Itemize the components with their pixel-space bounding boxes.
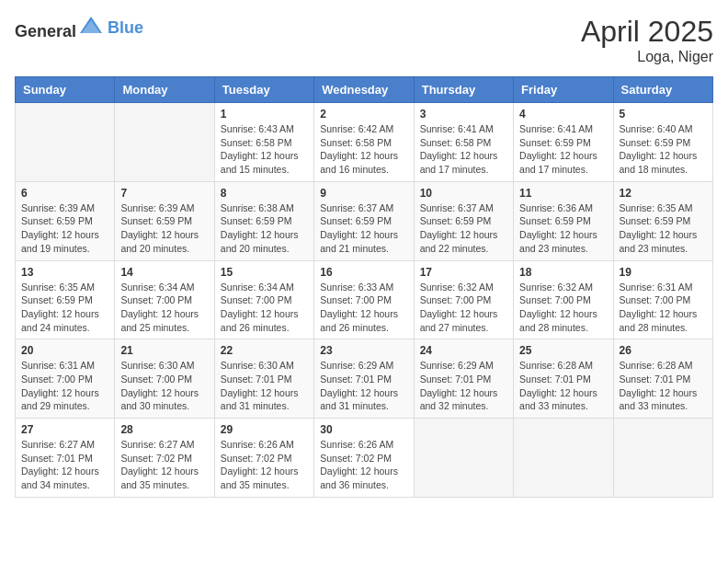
day-info: Sunrise: 6:40 AMSunset: 6:59 PMDaylight:… (620, 122, 707, 177)
day-info: Sunrise: 6:41 AMSunset: 6:59 PMDaylight:… (519, 122, 607, 177)
calendar-cell: 12Sunrise: 6:35 AMSunset: 6:59 PMDayligh… (613, 181, 712, 260)
day-info: Sunrise: 6:29 AMSunset: 7:01 PMDaylight:… (320, 359, 407, 413)
day-info: Sunrise: 6:34 AMSunset: 7:00 PMDaylight:… (120, 281, 208, 335)
day-info: Sunrise: 6:39 AMSunset: 6:59 PMDaylight:… (21, 201, 108, 256)
day-info: Sunrise: 6:28 AMSunset: 7:01 PMDaylight:… (620, 359, 707, 413)
logo: General Blue (15, 15, 143, 41)
calendar-cell: 7Sunrise: 6:39 AMSunset: 6:59 PMDaylight… (115, 181, 214, 260)
day-of-week-header: Wednesday (314, 77, 414, 103)
day-number: 6 (21, 187, 108, 200)
calendar-cell: 30Sunrise: 6:26 AMSunset: 7:02 PMDayligh… (314, 419, 414, 498)
calendar-week-row: 1Sunrise: 6:43 AMSunset: 6:58 PMDaylight… (16, 103, 713, 182)
calendar-week-row: 13Sunrise: 6:35 AMSunset: 6:59 PMDayligh… (16, 260, 713, 339)
calendar-cell (16, 103, 115, 182)
calendar-header-row: SundayMondayTuesdayWednesdayThursdayFrid… (16, 77, 713, 103)
day-number: 24 (420, 344, 507, 357)
calendar-cell: 1Sunrise: 6:43 AMSunset: 6:58 PMDaylight… (214, 103, 313, 182)
day-of-week-header: Friday (514, 77, 613, 103)
day-info: Sunrise: 6:35 AMSunset: 6:59 PMDaylight:… (21, 281, 108, 335)
day-number: 11 (519, 187, 607, 200)
day-info: Sunrise: 6:27 AMSunset: 7:02 PMDaylight:… (120, 438, 208, 492)
calendar-cell: 10Sunrise: 6:37 AMSunset: 6:59 PMDayligh… (414, 181, 513, 260)
day-info: Sunrise: 6:43 AMSunset: 6:58 PMDaylight:… (221, 122, 308, 177)
calendar-cell: 2Sunrise: 6:42 AMSunset: 6:58 PMDaylight… (314, 103, 414, 182)
day-info: Sunrise: 6:36 AMSunset: 6:59 PMDaylight:… (519, 201, 607, 256)
day-number: 12 (620, 187, 707, 200)
calendar-cell: 6Sunrise: 6:39 AMSunset: 6:59 PMDaylight… (16, 181, 115, 260)
day-number: 27 (21, 423, 108, 436)
day-of-week-header: Thursday (414, 77, 513, 103)
calendar-cell: 22Sunrise: 6:30 AMSunset: 7:01 PMDayligh… (214, 339, 313, 419)
title-block: April 2025 Loga, Niger (581, 15, 713, 65)
day-number: 15 (221, 266, 308, 279)
day-number: 20 (21, 344, 108, 357)
day-number: 22 (221, 344, 308, 357)
day-number: 18 (519, 266, 607, 279)
calendar-cell (613, 419, 712, 498)
calendar-cell: 13Sunrise: 6:35 AMSunset: 6:59 PMDayligh… (16, 260, 115, 339)
day-number: 3 (420, 108, 507, 121)
day-info: Sunrise: 6:31 AMSunset: 7:00 PMDaylight:… (620, 281, 707, 335)
day-info: Sunrise: 6:32 AMSunset: 7:00 PMDaylight:… (519, 281, 607, 335)
day-info: Sunrise: 6:37 AMSunset: 6:59 PMDaylight:… (420, 201, 507, 256)
logo-icon (78, 15, 104, 37)
day-number: 25 (519, 344, 607, 357)
calendar-cell: 28Sunrise: 6:27 AMSunset: 7:02 PMDayligh… (115, 419, 214, 498)
day-of-week-header: Monday (115, 77, 214, 103)
day-info: Sunrise: 6:35 AMSunset: 6:59 PMDaylight:… (620, 201, 707, 256)
day-number: 8 (221, 187, 308, 200)
calendar-cell: 8Sunrise: 6:38 AMSunset: 6:59 PMDaylight… (214, 181, 313, 260)
day-number: 2 (320, 108, 407, 121)
day-info: Sunrise: 6:26 AMSunset: 7:02 PMDaylight:… (221, 438, 308, 492)
day-info: Sunrise: 6:32 AMSunset: 7:00 PMDaylight:… (420, 281, 507, 335)
day-number: 13 (21, 266, 108, 279)
day-number: 7 (120, 187, 208, 200)
calendar-cell: 18Sunrise: 6:32 AMSunset: 7:00 PMDayligh… (514, 260, 613, 339)
calendar-cell: 17Sunrise: 6:32 AMSunset: 7:00 PMDayligh… (414, 260, 513, 339)
logo-text: General (15, 15, 104, 41)
day-info: Sunrise: 6:28 AMSunset: 7:01 PMDaylight:… (519, 359, 607, 413)
calendar-week-row: 6Sunrise: 6:39 AMSunset: 6:59 PMDaylight… (16, 181, 713, 260)
calendar-cell: 3Sunrise: 6:41 AMSunset: 6:58 PMDaylight… (414, 103, 513, 182)
calendar-cell: 5Sunrise: 6:40 AMSunset: 6:59 PMDaylight… (613, 103, 712, 182)
day-number: 21 (120, 344, 208, 357)
calendar-cell: 11Sunrise: 6:36 AMSunset: 6:59 PMDayligh… (514, 181, 613, 260)
calendar-cell: 16Sunrise: 6:33 AMSunset: 7:00 PMDayligh… (314, 260, 414, 339)
day-number: 26 (620, 344, 707, 357)
day-of-week-header: Tuesday (214, 77, 313, 103)
calendar-cell: 21Sunrise: 6:30 AMSunset: 7:00 PMDayligh… (115, 339, 214, 419)
calendar-cell: 19Sunrise: 6:31 AMSunset: 7:00 PMDayligh… (613, 260, 712, 339)
day-number: 19 (620, 266, 707, 279)
day-of-week-header: Sunday (16, 77, 115, 103)
day-info: Sunrise: 6:30 AMSunset: 7:00 PMDaylight:… (120, 359, 208, 413)
calendar-cell: 29Sunrise: 6:26 AMSunset: 7:02 PMDayligh… (214, 419, 313, 498)
calendar-week-row: 20Sunrise: 6:31 AMSunset: 7:00 PMDayligh… (16, 339, 713, 419)
day-info: Sunrise: 6:33 AMSunset: 7:00 PMDaylight:… (320, 281, 407, 335)
day-info: Sunrise: 6:34 AMSunset: 7:00 PMDaylight:… (221, 281, 308, 335)
calendar-cell: 15Sunrise: 6:34 AMSunset: 7:00 PMDayligh… (214, 260, 313, 339)
logo-general: General (15, 22, 76, 40)
day-info: Sunrise: 6:41 AMSunset: 6:58 PMDaylight:… (420, 122, 507, 177)
calendar-cell: 25Sunrise: 6:28 AMSunset: 7:01 PMDayligh… (514, 339, 613, 419)
day-number: 1 (221, 108, 308, 121)
day-number: 23 (320, 344, 407, 357)
calendar-table: SundayMondayTuesdayWednesdayThursdayFrid… (15, 76, 713, 498)
calendar-cell: 26Sunrise: 6:28 AMSunset: 7:01 PMDayligh… (613, 339, 712, 419)
day-number: 29 (221, 423, 308, 436)
calendar-cell (414, 419, 513, 498)
calendar-cell: 14Sunrise: 6:34 AMSunset: 7:00 PMDayligh… (115, 260, 214, 339)
calendar-cell: 27Sunrise: 6:27 AMSunset: 7:01 PMDayligh… (16, 419, 115, 498)
day-info: Sunrise: 6:37 AMSunset: 6:59 PMDaylight:… (320, 201, 407, 256)
day-number: 16 (320, 266, 407, 279)
calendar-cell: 9Sunrise: 6:37 AMSunset: 6:59 PMDaylight… (314, 181, 414, 260)
logo-blue: Blue (108, 18, 143, 38)
calendar-cell: 4Sunrise: 6:41 AMSunset: 6:59 PMDaylight… (514, 103, 613, 182)
calendar-week-row: 27Sunrise: 6:27 AMSunset: 7:01 PMDayligh… (16, 419, 713, 498)
day-info: Sunrise: 6:30 AMSunset: 7:01 PMDaylight:… (221, 359, 308, 413)
calendar-cell: 20Sunrise: 6:31 AMSunset: 7:00 PMDayligh… (16, 339, 115, 419)
day-info: Sunrise: 6:31 AMSunset: 7:00 PMDaylight:… (21, 359, 108, 413)
day-number: 4 (519, 108, 607, 121)
calendar-cell (115, 103, 214, 182)
day-info: Sunrise: 6:39 AMSunset: 6:59 PMDaylight:… (120, 201, 208, 256)
calendar-cell: 24Sunrise: 6:29 AMSunset: 7:01 PMDayligh… (414, 339, 513, 419)
